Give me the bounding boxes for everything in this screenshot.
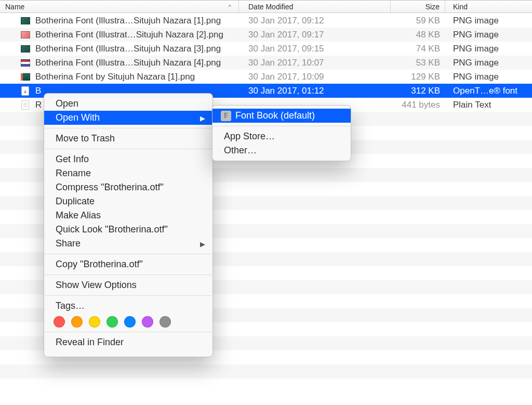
file-name-label: Botherina Font (Illustra…Situjuh Nazara … xyxy=(35,16,221,26)
file-size-cell: 59 KB xyxy=(391,16,445,26)
menu-copy[interactable]: Copy "Brotherina.otf" xyxy=(44,257,212,271)
file-size-cell: 53 KB xyxy=(391,58,445,68)
open-with-submenu: F Font Book (default) App Store… Other… xyxy=(212,105,351,161)
open-with-other-label: Other… xyxy=(224,145,257,156)
file-date-cell: 30 Jan 2017, 09:15 xyxy=(239,44,391,54)
tag-color-dot[interactable] xyxy=(71,316,83,328)
menu-rename[interactable]: Rename xyxy=(44,166,212,180)
tag-color-dot[interactable] xyxy=(54,316,65,328)
menu-duplicate[interactable]: Duplicate xyxy=(44,194,212,208)
menu-rename-label: Rename xyxy=(56,168,91,179)
tag-color-dot[interactable] xyxy=(89,316,100,328)
column-header-name-label: Name xyxy=(5,3,24,11)
column-header-kind-label: Kind xyxy=(453,3,468,11)
file-name-label: Botherina Font (Illustra…Situjuh Nazara … xyxy=(35,44,221,54)
open-with-font-book-label: Font Book (default) xyxy=(235,110,315,121)
image-thumbnail-icon xyxy=(21,73,30,81)
menu-move-to-trash[interactable]: Move to Trash xyxy=(44,132,212,146)
file-name-label: B xyxy=(35,86,41,96)
tag-color-dot[interactable] xyxy=(124,316,136,328)
chevron-right-icon: ▶ xyxy=(200,240,205,247)
open-with-app-store-label: App Store… xyxy=(224,131,275,142)
file-kind-cell: PNG image xyxy=(445,44,532,54)
menu-open-label: Open xyxy=(56,98,78,109)
file-kind-cell: PNG image xyxy=(445,30,532,40)
menu-make-alias-label: Make Alias xyxy=(56,210,101,221)
file-name-label: R xyxy=(35,100,42,110)
file-name-label: Botherina Font (Illustra…Situjuh Nazara … xyxy=(35,58,221,68)
column-header-kind[interactable]: Kind xyxy=(445,1,532,12)
menu-show-view-options-label: Show View Options xyxy=(56,280,137,291)
file-name-cell: Botherina Font (Illustra…Situjuh Nazara … xyxy=(0,58,239,68)
menu-tags[interactable]: Tags… xyxy=(44,299,212,313)
file-name-cell: Botherina Font (Illustra…Situjuh Nazara … xyxy=(0,16,239,26)
table-row[interactable]: Botherina Font (Illustra…Situjuh Nazara … xyxy=(0,56,532,70)
file-size-cell: 441 bytes xyxy=(391,100,445,110)
menu-separator xyxy=(45,149,212,149)
tag-color-dot[interactable] xyxy=(159,316,171,328)
table-row[interactable]: Botherina Font (Illustra…Situjuh Nazara … xyxy=(0,14,532,28)
file-name-cell: Botherina Font (Illustra…Situjuh Nazara … xyxy=(0,44,239,54)
menu-reveal-in-finder-label: Reveal in Finder xyxy=(56,337,124,348)
image-thumbnail-icon xyxy=(21,59,30,67)
file-size-cell: 48 KB xyxy=(391,30,445,40)
file-kind-cell: PNG image xyxy=(445,72,532,82)
image-thumbnail-icon xyxy=(21,45,30,53)
file-name-cell: Botherina Font (Illustrat…Situjuh Nazara… xyxy=(0,30,239,40)
menu-separator xyxy=(45,295,212,296)
menu-move-to-trash-label: Move to Trash xyxy=(56,133,115,144)
menu-separator xyxy=(45,275,212,275)
menu-show-view-options[interactable]: Show View Options xyxy=(44,278,212,292)
image-thumbnail-icon xyxy=(21,17,30,24)
table-row[interactable]: Botherina Font (Illustra…Situjuh Nazara … xyxy=(0,42,532,56)
context-menu: Open Open With ▶ Move to Trash Get Info … xyxy=(44,93,213,357)
menu-reveal-in-finder[interactable]: Reveal in Finder xyxy=(44,335,212,349)
menu-get-info[interactable]: Get Info xyxy=(44,152,212,166)
open-with-font-book[interactable]: F Font Book (default) xyxy=(212,109,351,123)
menu-share[interactable]: Share ▶ xyxy=(44,237,212,251)
column-header-date[interactable]: Date Modified xyxy=(239,1,391,12)
file-name-label: Botherina Font by Situjuh Nazara [1].png xyxy=(35,72,195,82)
column-header-date-label: Date Modified xyxy=(248,3,293,11)
table-row[interactable]: Botherina Font by Situjuh Nazara [1].png… xyxy=(0,70,532,84)
font-file-icon xyxy=(21,86,29,96)
text-file-icon xyxy=(21,100,29,110)
file-name-cell: Botherina Font by Situjuh Nazara [1].png xyxy=(0,72,239,82)
chevron-right-icon: ▶ xyxy=(200,114,205,122)
menu-quick-look-label: Quick Look "Brotherina.otf" xyxy=(56,224,168,235)
file-kind-cell: OpenT…e® font xyxy=(445,86,532,96)
menu-quick-look[interactable]: Quick Look "Brotherina.otf" xyxy=(44,223,212,237)
column-header-row: Name ^ Date Modified Size Kind xyxy=(0,0,532,13)
menu-compress-label: Compress "Brotherina.otf" xyxy=(56,182,164,193)
tag-color-row xyxy=(44,313,212,329)
menu-separator xyxy=(45,254,212,254)
menu-copy-label: Copy "Brotherina.otf" xyxy=(56,259,143,270)
menu-open-with-label: Open With xyxy=(56,112,100,123)
menu-open-with[interactable]: Open With ▶ xyxy=(44,111,212,125)
menu-share-label: Share xyxy=(56,238,81,249)
file-size-cell: 74 KB xyxy=(391,44,445,54)
sort-ascending-icon: ^ xyxy=(229,4,231,10)
font-book-app-icon: F xyxy=(221,111,231,121)
tag-color-dot[interactable] xyxy=(107,316,118,328)
menu-separator xyxy=(213,126,350,126)
menu-tags-label: Tags… xyxy=(56,301,85,311)
file-kind-cell: Plain Text xyxy=(445,100,532,110)
menu-open[interactable]: Open xyxy=(44,97,212,111)
file-size-cell: 129 KB xyxy=(391,72,445,82)
column-header-name[interactable]: Name ^ xyxy=(0,1,239,12)
menu-duplicate-label: Duplicate xyxy=(56,196,95,207)
file-kind-cell: PNG image xyxy=(445,58,532,68)
menu-compress[interactable]: Compress "Brotherina.otf" xyxy=(44,180,212,194)
open-with-other[interactable]: Other… xyxy=(212,143,351,158)
file-date-cell: 30 Jan 2017, 09:17 xyxy=(239,30,391,40)
table-row[interactable]: Botherina Font (Illustrat…Situjuh Nazara… xyxy=(0,28,532,42)
file-size-cell: 312 KB xyxy=(391,86,445,96)
column-header-size[interactable]: Size xyxy=(391,1,445,12)
image-thumbnail-icon xyxy=(21,31,30,38)
column-header-size-label: Size xyxy=(425,3,440,11)
tag-color-dot[interactable] xyxy=(142,316,153,328)
menu-make-alias[interactable]: Make Alias xyxy=(44,208,212,223)
open-with-app-store[interactable]: App Store… xyxy=(212,129,351,143)
file-name-label: Botherina Font (Illustrat…Situjuh Nazara… xyxy=(35,30,223,40)
